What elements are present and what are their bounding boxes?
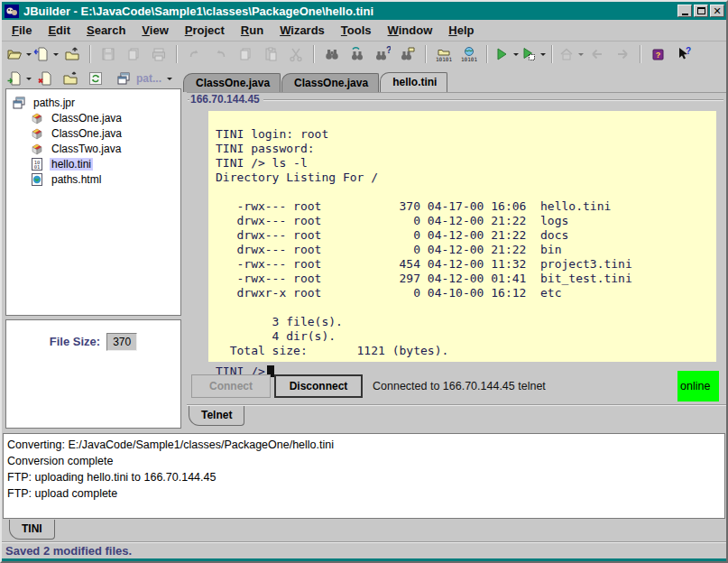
chevron-down-icon[interactable]: [540, 53, 546, 59]
save-all-button: [122, 43, 145, 65]
chevron-down-icon[interactable]: [513, 53, 519, 59]
copy-icon: [237, 46, 253, 62]
refresh-icon: [88, 70, 104, 87]
toolbar-separator: [425, 45, 427, 63]
minimize-button[interactable]: [677, 5, 692, 17]
message-line: Conversion complete: [7, 453, 721, 469]
menu-help[interactable]: Help: [440, 22, 482, 39]
tree-item-paths-jpr[interactable]: paths.jpr: [6, 95, 180, 110]
menu-run[interactable]: Run: [233, 22, 272, 39]
tab-tini[interactable]: TINI: [9, 520, 55, 540]
remove-from-project-button[interactable]: [33, 68, 57, 89]
chevron-down-icon[interactable]: [167, 78, 172, 83]
menu-view[interactable]: View: [134, 22, 176, 39]
toolbar-separator: [313, 45, 315, 63]
close-icon: ✕: [713, 6, 721, 16]
find-button[interactable]: [320, 43, 344, 65]
open-file-button[interactable]: [33, 43, 59, 65]
java-class-icon: [29, 110, 45, 126]
message-line: FTP: upload complete: [7, 485, 721, 502]
group-border-line: [188, 99, 723, 101]
svg-text:01: 01: [34, 164, 41, 170]
run-button[interactable]: [493, 43, 519, 65]
editor-tab-1[interactable]: ClassOne.java: [281, 73, 379, 92]
open-project-button[interactable]: [6, 43, 32, 65]
back-icon: [589, 46, 605, 62]
menu-search[interactable]: Search: [78, 22, 134, 39]
svg-text:?: ?: [656, 51, 661, 60]
search-again-button[interactable]: ?: [371, 43, 394, 65]
editor-tab-strip: ClassOne.javaClassOne.javahello.tini: [183, 73, 448, 92]
connection-status-text: Connected to 166.70.144.45 telnet: [373, 374, 546, 398]
menu-window[interactable]: Window: [380, 22, 441, 39]
make-project-button[interactable]: 10101: [432, 43, 456, 65]
window-bottom-edge: [2, 558, 726, 561]
telnet-tab-border: [187, 404, 728, 406]
tree-item-label: ClassOne.java: [50, 112, 124, 125]
editor-tab-2[interactable]: hello.tini: [380, 72, 447, 92]
svg-text:10101: 10101: [461, 56, 477, 62]
jbuilder-app-icon: [4, 3, 20, 19]
menu-wizards[interactable]: Wizards: [272, 22, 333, 39]
rebuild-project-button[interactable]: 10101: [457, 43, 481, 65]
tree-item-ClassTwo-java[interactable]: ClassTwo.java: [6, 141, 180, 156]
tree-item-hello-tini[interactable]: 1001hello.tini: [6, 156, 180, 171]
tree-item-ClassOne-java[interactable]: ClassOne.java: [6, 110, 180, 125]
svg-text:10101: 10101: [436, 56, 452, 62]
telnet-host-label: 166.70.144.45: [189, 93, 263, 106]
file-add-icon: [6, 70, 23, 87]
jbuilder-window: { "window": { "title": "JBuilder - E:\\J…: [0, 0, 728, 563]
new-folder-button[interactable]: [59, 68, 82, 89]
chevron-down-icon[interactable]: [26, 53, 32, 59]
folder-icon: [62, 70, 78, 87]
paste-icon: [263, 46, 279, 62]
project-selector[interactable]: pat...: [115, 70, 172, 87]
close-button[interactable]: ✕: [710, 5, 724, 17]
tab-telnet[interactable]: Telnet: [189, 406, 244, 426]
disconnect-button[interactable]: Disconnect: [274, 374, 363, 398]
replace-button[interactable]: [346, 43, 369, 65]
chevron-down-icon[interactable]: [26, 78, 32, 83]
menu-tools[interactable]: Tools: [333, 22, 380, 39]
tree-item-ClassOne-java[interactable]: ClassOne.java: [6, 125, 180, 141]
online-status-badge: online: [677, 371, 719, 401]
menu-edit[interactable]: Edit: [40, 22, 78, 39]
close-project-button[interactable]: [60, 43, 84, 65]
minimize-icon: [682, 14, 688, 15]
search-path-button[interactable]: [396, 43, 419, 65]
rebuild-icon: 10101: [461, 46, 477, 62]
context-help-icon: ?: [676, 46, 692, 62]
project-tree-panel[interactable]: paths.jprClassOne.javaClassOne.javaClass…: [5, 88, 181, 316]
context-help-button[interactable]: ?: [672, 43, 696, 65]
menu-project[interactable]: Project: [177, 22, 233, 39]
telnet-terminal[interactable]: TINI login: root TINI password: TINI /> …: [208, 111, 716, 362]
title-bar[interactable]: JBuilder - E:\JavaCode\Sample1\classes\P…: [2, 2, 726, 20]
maximize-button[interactable]: [694, 5, 708, 17]
folder-close-icon: [64, 46, 80, 62]
toolbar-separator: [486, 45, 488, 63]
add-to-project-button[interactable]: [6, 68, 32, 89]
menu-file[interactable]: File: [4, 22, 40, 39]
file-open-icon: [33, 46, 50, 62]
help-book-icon: ?: [650, 46, 667, 62]
tree-item-paths-html[interactable]: paths.html: [6, 171, 180, 187]
chevron-down-icon[interactable]: [578, 53, 584, 59]
refresh-project-button[interactable]: [84, 68, 107, 89]
help-button[interactable]: ?: [647, 43, 670, 65]
forward-button: [611, 43, 634, 65]
save-all-icon: [125, 46, 142, 62]
editor-tab-0[interactable]: ClassOne.java: [183, 73, 281, 92]
window-title: JBuilder - E:\JavaCode\Sample1\classes\P…: [23, 5, 677, 18]
menu-bar: FileEditSearchViewProjectRunWizardsTools…: [2, 20, 726, 42]
find-icon: [324, 46, 340, 62]
folder-open-icon: [6, 46, 23, 62]
debug-button[interactable]: [521, 43, 546, 65]
back-button: [585, 43, 609, 65]
replace-icon: [349, 46, 365, 62]
message-view-panel[interactable]: Converting: E:/JavaCode/Sample1/classes/…: [3, 433, 725, 519]
message-line: FTP: uploading hello.tini to 166.70.144.…: [7, 469, 721, 485]
home-icon: [558, 46, 575, 62]
chevron-down-icon[interactable]: [53, 53, 59, 59]
java-class-icon: [29, 141, 45, 157]
print-button: [147, 43, 170, 65]
